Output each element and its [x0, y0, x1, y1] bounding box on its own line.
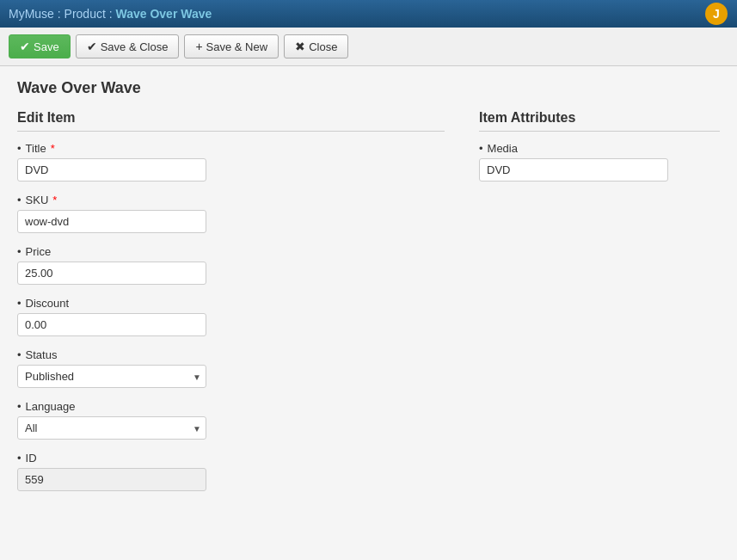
discount-input[interactable]	[17, 313, 206, 336]
page-content: Wave Over Wave Edit Item Title * SKU *	[0, 66, 737, 516]
save-icon: ✔	[20, 40, 30, 53]
main-layout: Edit Item Title * SKU * Pric	[17, 110, 720, 503]
save-button[interactable]: ✔ Save	[9, 34, 71, 58]
header-page: Wave Over Wave	[116, 7, 212, 21]
page-title: Wave Over Wave	[17, 79, 720, 97]
status-select-wrap: Published Unpublished	[17, 365, 206, 388]
language-select-wrap: All	[17, 416, 206, 440]
edit-item-panel: Edit Item Title * SKU * Pric	[17, 110, 445, 503]
header-sep1: :	[58, 7, 64, 21]
language-field-group: Language All	[17, 400, 445, 440]
status-select[interactable]: Published Unpublished	[17, 365, 206, 388]
sku-label: SKU *	[17, 194, 445, 206]
save-close-icon: ✔	[87, 40, 97, 53]
id-input	[17, 468, 206, 491]
language-label: Language	[17, 400, 445, 413]
joomla-logo-icon: J	[704, 2, 728, 26]
save-new-icon: +	[195, 40, 202, 53]
id-label: ID	[17, 452, 445, 465]
toolbar: ✔ Save ✔ Save & Close + Save & New ✖ Clo…	[0, 28, 737, 66]
header-title: MyMuse : Product : Wave Over Wave	[9, 7, 212, 21]
save-close-button[interactable]: ✔ Save & Close	[76, 34, 180, 58]
title-required: *	[51, 142, 55, 155]
status-label: Status	[17, 348, 445, 361]
sku-field-group: SKU *	[17, 194, 445, 233]
header-app: MyMuse	[9, 7, 54, 21]
price-input[interactable]	[17, 262, 206, 285]
media-field-group: Media	[479, 142, 720, 182]
item-attributes-heading: Item Attributes	[479, 110, 720, 132]
media-input[interactable]	[479, 158, 668, 182]
status-field-group: Status Published Unpublished	[17, 348, 445, 388]
save-label: Save	[34, 40, 59, 53]
media-label: Media	[479, 142, 720, 155]
save-new-button[interactable]: + Save & New	[184, 34, 279, 58]
title-field-group: Title *	[17, 142, 445, 182]
title-label: Title *	[17, 142, 445, 155]
price-label: Price	[17, 245, 445, 258]
close-button[interactable]: ✖ Close	[284, 34, 348, 58]
discount-field-group: Discount	[17, 297, 445, 336]
title-input[interactable]	[17, 158, 206, 182]
save-close-label: Save & Close	[101, 40, 169, 53]
sku-input[interactable]	[17, 210, 206, 233]
language-select[interactable]: All	[17, 416, 206, 440]
header-section: Product	[64, 7, 106, 21]
sku-required: *	[52, 194, 57, 206]
discount-label: Discount	[17, 297, 445, 310]
id-field-group: ID	[17, 452, 445, 491]
header-bar: MyMuse : Product : Wave Over Wave J	[0, 0, 737, 28]
item-attributes-panel: Item Attributes Media	[479, 110, 720, 194]
close-label: Close	[309, 40, 337, 53]
svg-text:J: J	[713, 7, 720, 21]
save-new-label: Save & New	[206, 40, 268, 53]
edit-item-heading: Edit Item	[17, 110, 445, 132]
close-icon: ✖	[295, 40, 305, 53]
header-sep2: :	[109, 7, 116, 21]
price-field-group: Price	[17, 245, 445, 285]
